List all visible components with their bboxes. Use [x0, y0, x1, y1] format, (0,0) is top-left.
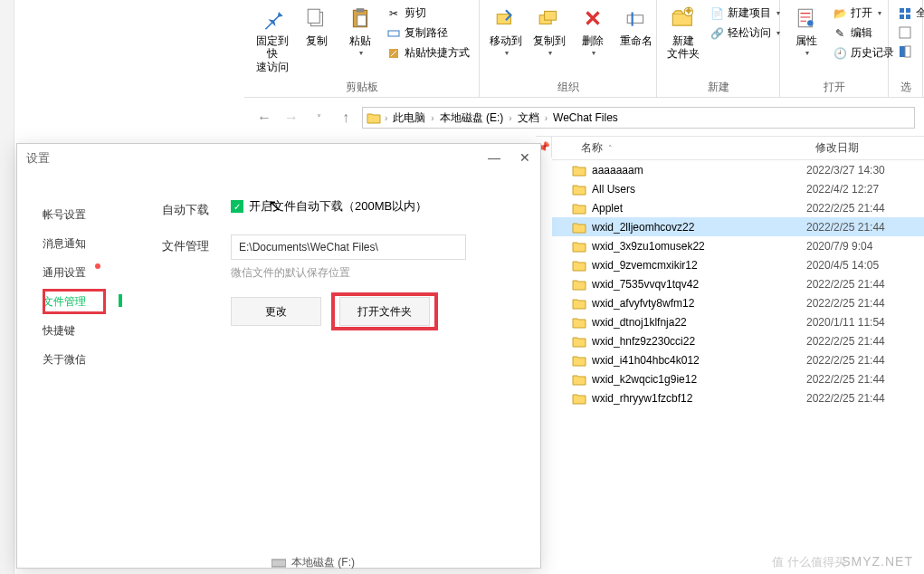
svg-rect-23	[905, 46, 910, 57]
pin-icon	[258, 4, 287, 33]
table-row[interactable]: wxid_afvyfvty8wfm122022/2/25 21:44	[552, 293, 924, 312]
svg-rect-21	[900, 27, 910, 38]
open-button[interactable]: 📂打开▾	[829, 4, 898, 23]
dialog-title: 设置	[17, 144, 540, 173]
crumb-docs[interactable]: 文档	[514, 110, 543, 126]
scissors-icon: ✂	[386, 6, 401, 21]
crumb-wechat[interactable]: WeChat Files	[549, 111, 622, 124]
table-row[interactable]: wxid_rhryyw1fzcbf122022/2/25 21:44	[552, 388, 924, 407]
crumb-pc[interactable]: 此电脑	[389, 110, 429, 126]
pin-quick-access-button[interactable]: 固定到快 速访问	[250, 2, 294, 75]
invert-icon	[898, 44, 912, 59]
paste-shortcut-button[interactable]: 粘贴快捷方式	[383, 43, 473, 62]
invert-selection-button[interactable]	[894, 43, 924, 61]
table-row[interactable]: wxid_3x9zu1omusek222020/7/9 9:04	[552, 236, 924, 255]
breadcrumb[interactable]: › 此电脑› 本地磁盘 (E:)› 文档› WeChat Files	[362, 107, 915, 129]
move-to-button[interactable]: 移动到▾	[485, 2, 527, 59]
left-strip	[0, 0, 14, 574]
svg-rect-3	[357, 8, 365, 12]
settings-sidebar: 帐号设置 消息通知 通用设置 文件管理 快捷键 关于微信	[17, 173, 144, 568]
sidebar-item-about[interactable]: 关于微信	[17, 345, 144, 374]
sort-asc-icon: ˄	[608, 144, 613, 153]
table-row[interactable]: All Users2022/4/2 12:27	[552, 179, 924, 198]
svg-rect-20	[906, 14, 910, 19]
sidebar-item-notifications[interactable]: 消息通知	[17, 229, 144, 258]
svg-rect-17	[900, 8, 904, 13]
auto-download-checkbox[interactable]: ✓	[231, 200, 243, 213]
select-all-icon	[898, 6, 912, 21]
folder-icon	[572, 278, 586, 291]
open-folder-button[interactable]: 打开文件夹	[339, 297, 430, 326]
col-date[interactable]: 修改日期	[806, 140, 924, 156]
file-path-field[interactable]: E:\Documents\WeChat Files\	[231, 234, 466, 260]
minimize-button[interactable]: —	[479, 144, 510, 171]
copy-path-button[interactable]: 复制路径	[383, 24, 473, 43]
ribbon: 固定到快 速访问 复制 粘贴 ▾ ✂剪切 复制路径 粘贴快捷方式 剪贴板 移动到	[244, 0, 924, 98]
paste-button[interactable]: 粘贴 ▾	[339, 2, 381, 59]
drive-icon	[271, 558, 286, 569]
table-row[interactable]: wxid_k2wqcic1g9ie122022/2/25 21:44	[552, 369, 924, 388]
drive-item[interactable]: 本地磁盘 (F:)	[271, 555, 355, 570]
sidebar-item-file-management[interactable]: 文件管理	[17, 287, 144, 316]
svg-rect-18	[906, 8, 910, 13]
table-row[interactable]: wxid_9zvemcmxikir122020/4/5 14:05	[552, 255, 924, 274]
folder-icon	[572, 240, 586, 253]
svg-rect-1	[308, 9, 319, 23]
nav-back-button[interactable]: ←	[253, 107, 275, 129]
copy-button[interactable]: 复制	[296, 2, 338, 49]
crumb-drive[interactable]: 本地磁盘 (E:)	[436, 110, 508, 126]
moveto-icon	[491, 4, 520, 33]
properties-button[interactable]: 属性▾	[786, 2, 827, 59]
nav-recent-button[interactable]: ˅	[308, 107, 329, 129]
open-icon: 📂	[833, 6, 847, 21]
svg-rect-5	[388, 31, 399, 36]
properties-icon	[792, 4, 821, 33]
group-new-label: 新建	[662, 78, 774, 97]
folder-icon	[365, 109, 383, 127]
history-button[interactable]: 🕘历史记录	[829, 43, 898, 62]
folder-icon	[572, 202, 586, 215]
copy-icon	[302, 4, 331, 33]
table-row[interactable]: wxid_i41h04hbc4k0122022/2/25 21:44	[552, 350, 924, 369]
file-list-header: 名称 ˄ 修改日期	[552, 137, 924, 160]
close-button[interactable]: ✕	[510, 144, 540, 171]
group-clipboard-label: 剪贴板	[250, 78, 473, 97]
table-row[interactable]: wxid_dtnoj1klfnja222020/1/11 11:54	[552, 312, 924, 331]
new-item-button[interactable]: 📄新建项目▾	[706, 4, 784, 23]
path-icon	[386, 26, 401, 41]
group-open-label: 打开	[786, 78, 882, 97]
paste-icon	[346, 4, 375, 33]
cut-button[interactable]: ✂剪切	[383, 4, 473, 23]
change-button[interactable]: 更改	[231, 297, 321, 326]
nav-forward-button[interactable]: →	[281, 107, 302, 129]
edit-button[interactable]: ✎编辑	[829, 24, 898, 43]
folder-icon	[572, 183, 586, 196]
sidebar-item-shortcuts[interactable]: 快捷键	[17, 316, 144, 345]
easy-access-button[interactable]: 🔗轻松访问▾	[706, 24, 784, 43]
svg-rect-22	[900, 46, 905, 57]
watermark-2: 值 什么值得买	[772, 554, 846, 570]
sidebar-item-general[interactable]: 通用设置	[17, 258, 144, 287]
col-name[interactable]: 名称 ˄	[572, 140, 806, 156]
select-none-button[interactable]	[894, 24, 924, 42]
new-folder-button[interactable]: ✦ 新建 文件夹	[662, 2, 704, 62]
copy-to-button[interactable]: 复制到▾	[529, 2, 570, 59]
delete-button[interactable]: 删除▾	[572, 2, 614, 59]
nav-up-button[interactable]: ↑	[335, 107, 357, 129]
shortcut-icon	[386, 46, 401, 61]
select-all-button[interactable]: 全	[894, 4, 924, 23]
sidebar-item-account[interactable]: 帐号设置	[17, 200, 144, 229]
table-row[interactable]: wxid_hnfz9z230cci222022/2/25 21:44	[552, 331, 924, 350]
easy-access-icon: 🔗	[710, 26, 724, 41]
rename-button[interactable]: 重命名	[615, 2, 657, 49]
table-row[interactable]: wxid_7535vvqv1tqv422022/2/25 21:44	[552, 274, 924, 293]
table-row[interactable]: aaaaaaam2022/3/27 14:30	[552, 160, 924, 179]
rename-icon	[622, 4, 651, 33]
table-row[interactable]: wxid_2lljeomhcovz222022/2/25 21:44	[552, 217, 924, 236]
watermark-1: SMYZ.NET	[842, 554, 913, 569]
new-item-icon: 📄	[710, 6, 724, 21]
table-row[interactable]: Applet2022/2/25 21:44	[552, 198, 924, 217]
svg-rect-4	[357, 15, 367, 26]
folder-icon	[572, 373, 586, 386]
svg-rect-19	[900, 14, 904, 19]
